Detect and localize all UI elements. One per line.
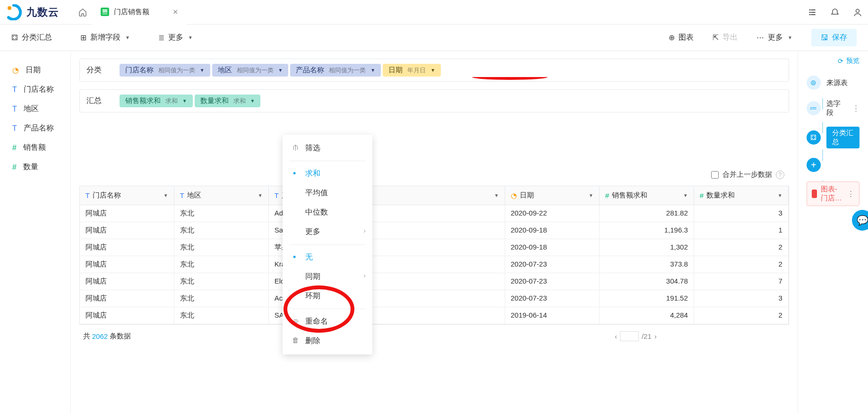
more-icon[interactable]: ⋮: [847, 190, 854, 198]
user-icon[interactable]: [853, 8, 862, 17]
chevron-right-icon: ›: [363, 227, 366, 234]
pager-count: 2062: [92, 332, 108, 340]
group-summary-button[interactable]: ⚃ 分类汇总: [11, 33, 52, 43]
filter-icon: ≔: [807, 101, 821, 115]
step-select[interactable]: ≔ 选字段 ⋮: [807, 95, 859, 122]
tab-store-sales[interactable]: 门店销售额 ×: [92, 0, 187, 25]
chevron-right-icon: ›: [363, 272, 366, 279]
export-button: ⇱ 导出: [713, 33, 738, 43]
field-label: 销售额: [23, 143, 46, 153]
merge-checkbox[interactable]: [711, 171, 719, 179]
chart-button[interactable]: ⊕ 图表: [669, 33, 694, 43]
more-icon[interactable]: ⋮: [852, 104, 859, 112]
group-label: 分类汇总: [22, 33, 52, 43]
separator: [289, 161, 366, 161]
dd-more[interactable]: 更多›: [283, 222, 372, 242]
table-row: 阿城店东北SAFCO 扶手椅, 黑…2019-06-144,2842: [80, 307, 789, 324]
field-region[interactable]: T地区: [0, 99, 70, 119]
more-button[interactable]: ≣ 更多 ▼: [158, 33, 193, 43]
chevron-down-icon[interactable]: ▼: [778, 193, 782, 198]
step-label: 来源表: [826, 78, 848, 87]
next-page-icon[interactable]: ›: [654, 332, 657, 340]
merge-option: 合并上一步数据 ?: [79, 167, 789, 186]
step-label: 图表-门店…: [821, 185, 843, 203]
th-region[interactable]: T地区▼: [174, 186, 269, 205]
field-qty[interactable]: #数量: [0, 157, 70, 177]
field-label: 产品名称: [24, 123, 54, 133]
toolbar-right: ⊕ 图表 ⇱ 导出 ⋯ 更多 ▼ 🖫 保存: [669, 29, 857, 46]
group-pill[interactable]: 门店名称 相同值为一类 ▼: [120, 64, 210, 77]
target-icon: ⊚: [807, 76, 821, 90]
separator: [289, 244, 366, 245]
number-icon: #: [700, 191, 704, 199]
agg-dropdown: ⫛筛选 求和 平均值 中位数 更多› 无 同期› 环期 ⌯重命名 🗑删除: [283, 135, 372, 354]
dd-sum[interactable]: 求和: [283, 164, 372, 183]
rename-icon: ⌯: [292, 317, 299, 325]
agg-pill[interactable]: 数量求和 求和 ▼: [195, 95, 261, 107]
bell-icon[interactable]: [830, 8, 840, 17]
section-label: 分类: [86, 65, 105, 75]
save-button[interactable]: 🖫 保存: [811, 29, 857, 46]
logo-icon: [6, 4, 22, 20]
merge-label: 合并上一步数据: [722, 170, 772, 179]
step-group[interactable]: ⚃ 分类汇总: [807, 122, 859, 153]
text-icon: T: [12, 86, 17, 94]
chevron-down-icon[interactable]: ▼: [258, 193, 263, 198]
home-button[interactable]: [73, 3, 92, 22]
number-icon: #: [12, 163, 17, 172]
step-add[interactable]: +: [807, 153, 859, 177]
group-pill[interactable]: 产品名称 相同值为一类 ▼: [290, 64, 381, 77]
prev-page-icon[interactable]: ‹: [615, 332, 617, 340]
new-field-button[interactable]: ⊞ 新增字段 ▼: [80, 33, 130, 43]
svg-point-0: [8, 6, 11, 10]
clock-icon: ◔: [511, 191, 517, 200]
field-list: ◔日期 T门店名称 T地区 T产品名称 #销售额 #数量: [0, 51, 71, 414]
step-chart[interactable]: 图表-门店… ⋮: [807, 177, 859, 211]
text-icon: T: [275, 191, 279, 199]
text-icon: T: [12, 124, 17, 133]
chevron-down-icon[interactable]: ▼: [683, 193, 688, 198]
step-source[interactable]: ⊚ 来源表: [807, 71, 859, 95]
clock-icon: ◔: [12, 66, 19, 75]
field-label: 日期: [26, 65, 41, 75]
field-product[interactable]: T产品名称: [0, 119, 70, 138]
chevron-down-icon: ▼: [125, 35, 130, 40]
plus-icon: +: [807, 158, 821, 172]
chevron-down-icon[interactable]: ▼: [494, 193, 499, 198]
dd-delete[interactable]: 🗑删除: [283, 331, 372, 351]
tasks-icon[interactable]: [808, 8, 817, 17]
dd-none[interactable]: 无: [283, 248, 372, 267]
preview-button[interactable]: ⟳ 预览: [807, 57, 859, 65]
field-store[interactable]: T门店名称: [0, 80, 70, 99]
dd-yoy[interactable]: 同期›: [283, 267, 372, 286]
chart-icon: [812, 190, 817, 198]
dd-rename[interactable]: ⌯重命名: [283, 312, 372, 331]
dd-mom[interactable]: 环期: [283, 286, 372, 306]
steps-panel: ⟳ 预览 ⊚ 来源表 ≔ 选字段 ⋮ ⚃ 分类汇总 + 图表-门店… ⋮: [798, 51, 868, 414]
group-pill[interactable]: 地区 相同值为一类 ▼: [212, 64, 289, 77]
th-qty[interactable]: #数量求和▼: [694, 186, 789, 205]
chevron-down-icon[interactable]: ▼: [163, 193, 168, 198]
dd-filter[interactable]: ⫛筛选: [283, 138, 372, 158]
more-actions-button[interactable]: ⋯ 更多 ▼: [756, 33, 792, 43]
field-sales[interactable]: #销售额: [0, 138, 70, 157]
help-icon[interactable]: ?: [776, 171, 784, 179]
th-date[interactable]: ◔日期▼: [505, 186, 600, 205]
th-store[interactable]: T门店名称▼: [80, 186, 174, 205]
brand: 九数云: [6, 4, 59, 20]
close-icon[interactable]: ×: [173, 7, 178, 17]
agg-pill[interactable]: 销售额求和 求和 ▼: [120, 95, 193, 107]
th-sales[interactable]: #销售额求和▼: [600, 186, 694, 205]
dd-avg[interactable]: 平均值: [283, 183, 372, 203]
dd-median[interactable]: 中位数: [283, 203, 372, 222]
group-pill[interactable]: 日期 年月日 ▼: [383, 64, 441, 77]
number-icon: #: [605, 191, 609, 199]
step-label: 选字段: [826, 99, 847, 117]
chat-bubble-icon[interactable]: 💬: [852, 210, 868, 231]
field-date[interactable]: ◔日期: [0, 60, 70, 80]
svg-point-1: [856, 9, 859, 12]
chevron-down-icon[interactable]: ▼: [589, 193, 593, 198]
preview-icon: ⟳: [838, 57, 843, 65]
page-input[interactable]: [620, 331, 639, 341]
more-label2: 更多: [768, 33, 783, 43]
